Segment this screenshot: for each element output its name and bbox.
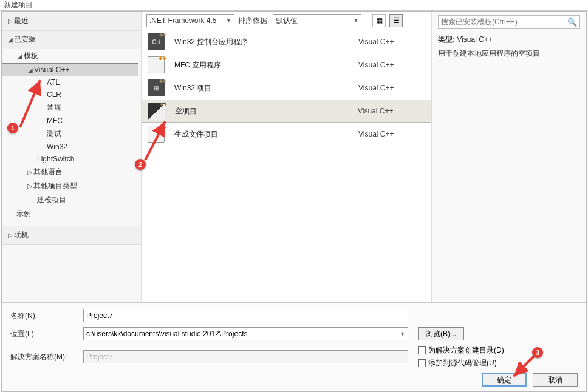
sidebar-label: Win32	[47, 143, 67, 151]
sidebar-label: Visual C++	[34, 66, 69, 74]
collapse-icon: ◢	[7, 36, 14, 43]
name-row: 名称(N): Project7	[10, 309, 578, 322]
source-control-check[interactable]: 添加到源代码管理(U)	[418, 358, 504, 368]
plus-icon: ++	[159, 55, 166, 62]
sidebar-installed[interactable]: ◢已安装	[2, 30, 141, 49]
callout-3: 3	[532, 347, 543, 358]
sort-combo[interactable]: 默认值▼	[273, 14, 361, 27]
sidebar-label: ATL	[47, 78, 60, 87]
solution-row: 解决方案名称(M): Project7 为解决方案创建目录(D) 添加到源代码管…	[10, 345, 578, 368]
bottom-form: 名称(N): Project7 位置(L): c:\users\kk\docum…	[2, 302, 586, 391]
template-icon: ⊞++	[148, 79, 165, 96]
template-icon: ++	[148, 56, 165, 73]
template-row[interactable]: ++ 生成文件项目 Visual C++	[142, 123, 431, 146]
sidebar-online[interactable]: ▷联机	[2, 226, 141, 245]
sidebar-recent[interactable]: ▷最近	[2, 12, 141, 30]
create-dir-check[interactable]: 为解决方案创建目录(D)	[418, 345, 504, 356]
plus-icon: ++	[159, 31, 167, 38]
combo-value: 默认值	[276, 16, 298, 26]
sidebar: ▷最近 ◢已安装 ◢模板 ◢Visual C++ ATL CLR 常规 MFC …	[2, 12, 142, 302]
sidebar-templates[interactable]: ◢模板	[2, 49, 141, 63]
svg-line-2	[514, 356, 535, 376]
sidebar-label: 其他项目类型	[33, 181, 77, 191]
search-icon: 🔍	[567, 18, 577, 27]
callout-1: 1	[7, 123, 18, 133]
sidebar-label: CLR	[47, 90, 61, 99]
template-lang: Visual C++	[358, 107, 431, 115]
template-name: 空项目	[175, 106, 348, 117]
template-name: Win32 项目	[174, 83, 349, 93]
sidebar-visual-cpp[interactable]: ◢Visual C++	[2, 63, 138, 76]
input-value: c:\users\kk\documents\visual studio 2012…	[86, 329, 247, 338]
check-label: 为解决方案创建目录(D)	[428, 345, 504, 356]
template-list: C:\++ Win32 控制台应用程序 Visual C++ ++ MFC 应用…	[142, 30, 431, 302]
sidebar-other-lang[interactable]: ▷其他语言	[2, 165, 141, 179]
sidebar-label: 已安装	[14, 35, 36, 45]
sidebar-lightswitch[interactable]: LightSwitch	[2, 153, 141, 165]
caret-icon: ▼	[226, 18, 231, 24]
dialog-title: 新建项目	[4, 0, 33, 10]
template-lang: Visual C++	[358, 61, 431, 69]
location-label: 位置(L):	[10, 329, 83, 339]
solution-label: 解决方案名称(M):	[10, 352, 83, 362]
arrow-annotation-1	[17, 78, 47, 134]
name-input[interactable]: Project7	[83, 309, 408, 322]
template-row[interactable]: C:\++ Win32 控制台应用程序 Visual C++	[142, 30, 431, 53]
sidebar-other-proj[interactable]: ▷其他项目类型	[2, 179, 141, 193]
sidebar-sample[interactable]: 示例	[2, 207, 141, 221]
type-value: Visual C++	[457, 35, 492, 44]
sidebar-label: LightSwitch	[37, 155, 74, 163]
sidebar-label: 模板	[24, 51, 38, 61]
sidebar-label: 最近	[14, 16, 29, 26]
sidebar-modeling[interactable]: 建模项目	[2, 193, 141, 207]
sidebar-win32[interactable]: Win32	[2, 141, 141, 153]
template-name: 生成文件项目	[174, 129, 349, 140]
checkbox-icon	[418, 359, 426, 367]
right-pane: 🔍 类型: Visual C++ 用于创建本地应用程序的空项目	[431, 12, 586, 302]
description: 用于创建本地应用程序的空项目	[438, 49, 580, 59]
search-box[interactable]: 🔍	[438, 15, 580, 29]
solution-input: Project7	[83, 350, 408, 363]
checkbox-group: 为解决方案创建目录(D) 添加到源代码管理(U)	[418, 345, 504, 368]
template-toolbar: .NET Framework 4.5▼ 排序依据: 默认值▼ ▦ ☰	[142, 12, 431, 30]
arrow-annotation-2	[143, 119, 174, 166]
collapse-icon: ◢	[27, 67, 34, 73]
expand-icon: ▷	[26, 183, 33, 189]
search-input[interactable]	[441, 18, 567, 26]
sidebar-label: 示例	[16, 209, 31, 219]
template-name: MFC 应用程序	[174, 60, 349, 70]
sidebar-label: MFC	[47, 117, 63, 125]
type-line: 类型: Visual C++	[438, 35, 580, 45]
template-lang: Visual C++	[358, 38, 431, 46]
location-combo[interactable]: c:\users\kk\documents\visual studio 2012…	[83, 327, 408, 340]
framework-combo[interactable]: .NET Framework 4.5▼	[146, 14, 234, 27]
list-icon: ☰	[393, 16, 400, 25]
sidebar-label: 常规	[47, 103, 61, 113]
caret-icon: ▼	[400, 331, 405, 337]
collapse-icon: ◢	[16, 53, 24, 59]
combo-value: .NET Framework 4.5	[149, 16, 216, 25]
expand-icon: ▷	[26, 169, 33, 175]
browse-button[interactable]: 浏览(B)...	[418, 327, 464, 340]
template-icon: C:\++	[148, 33, 165, 50]
template-row-selected[interactable]: ++ 空项目 Visual C++	[142, 100, 431, 123]
template-name: Win32 控制台应用程序	[174, 37, 349, 47]
center-pane: .NET Framework 4.5▼ 排序依据: 默认值▼ ▦ ☰ C:\++…	[142, 12, 431, 302]
checkbox-icon	[418, 346, 426, 354]
input-value: Project7	[86, 353, 113, 361]
type-label: 类型:	[438, 35, 455, 44]
input-value: Project7	[86, 311, 113, 320]
check-label: 添加到源代码管理(U)	[428, 358, 497, 368]
template-row[interactable]: ⊞++ Win32 项目 Visual C++	[142, 76, 431, 100]
view-grid-button[interactable]: ▦	[372, 14, 386, 27]
template-row[interactable]: ++ MFC 应用程序 Visual C++	[142, 53, 431, 76]
view-list-button[interactable]: ☰	[389, 14, 403, 27]
icon-text: ⊞	[154, 85, 159, 92]
dialog-titlebar: 新建项目	[0, 0, 588, 11]
callout-2: 2	[135, 159, 146, 170]
sidebar-label: 测试	[47, 129, 61, 139]
plus-icon: ++	[160, 100, 168, 107]
svg-line-0	[20, 80, 40, 127]
caret-icon: ▼	[353, 18, 358, 24]
grid-icon: ▦	[376, 16, 383, 25]
